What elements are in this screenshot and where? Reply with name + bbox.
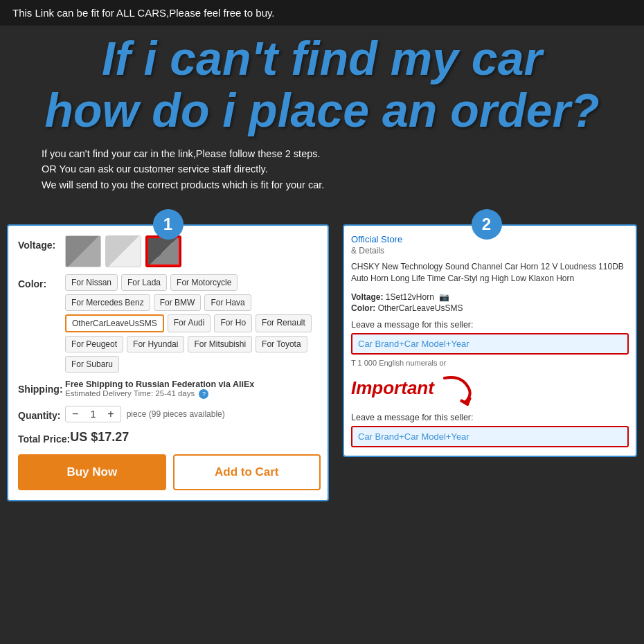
two-panel: 1 Voltage: Col (0, 205, 644, 501)
buy-now-button[interactable]: Buy Now (18, 454, 166, 490)
color-option[interactable]: For Lada (121, 274, 167, 291)
subtitle-section: If you can't find your car in the link,P… (0, 142, 644, 202)
arrow-icon (441, 371, 483, 406)
color-option[interactable]: OtherCarLeaveUsSMS (65, 314, 164, 332)
color-option[interactable]: For Ho (214, 314, 252, 332)
top-banner: This Link can be fit for ALL CARS,Please… (0, 0, 644, 26)
quantity-increase[interactable]: + (105, 408, 116, 420)
color-option[interactable]: For BMW (154, 294, 202, 311)
message-input-1[interactable]: Car Brand+Car Model+Year (351, 333, 629, 355)
details-label: & Details (351, 246, 629, 256)
headline-section: If i can't find my car how do i place an… (0, 26, 644, 142)
color-option[interactable]: For Motorcycle (170, 274, 238, 291)
color-option[interactable]: For Hyundai (127, 336, 184, 352)
subtitle-text: If you can't find your car in the link,P… (42, 146, 602, 193)
product-description: CHSKY New Technology Sound Channel Car H… (351, 261, 629, 285)
color-option[interactable]: For Audi (168, 314, 211, 332)
important-section: Important (351, 371, 629, 406)
quantity-row: Quantity: − 1 + piece (99 pieces availab… (18, 406, 321, 422)
voltage-option-3[interactable] (145, 235, 181, 267)
action-buttons: Buy Now Add to Cart (18, 454, 321, 490)
right-panel-wrapper: 2 Official Store & Details CHSKY New Tec… (336, 224, 637, 501)
color-option[interactable]: For Mitsubishi (188, 336, 252, 352)
color-spec: Color: OtherCarLeaveUsSMS (351, 303, 629, 313)
message-input-2[interactable]: Car Brand+Car Model+Year (351, 426, 629, 447)
voltage-option-1[interactable] (65, 235, 101, 267)
color-option[interactable]: For Renault (256, 314, 312, 332)
voltage-row: Voltage: (18, 235, 321, 267)
color-option[interactable]: For Peugeot (65, 336, 123, 352)
step1-circle: 1 (153, 209, 184, 240)
add-to-cart-button[interactable]: Add to Cart (173, 454, 321, 490)
color-option[interactable]: For Subaru (65, 356, 119, 373)
shipping-info: Free Shipping to Russian Federation via … (65, 379, 254, 399)
shipping-main: Free Shipping to Russian Federation via … (65, 379, 254, 389)
important-text: Important (351, 377, 434, 399)
shipping-label: Shipping: (18, 379, 65, 395)
headline: If i can't find my car how do i place an… (28, 33, 616, 136)
color-option[interactable]: For Toyota (256, 336, 307, 352)
total-row: Total Price: US $17.27 (18, 429, 321, 445)
color-option[interactable]: For Mercedes Benz (65, 294, 150, 311)
color-label: Color: (18, 274, 65, 289)
shipping-row: Shipping: Free Shipping to Russian Feder… (18, 379, 321, 399)
voltage-label: Voltage: (18, 235, 65, 251)
message-label-2: Leave a message for this seller: (351, 413, 629, 422)
message-label-1: Leave a message for this seller: (351, 320, 629, 330)
voltage-options (65, 235, 181, 267)
total-label: Total Price: (18, 429, 70, 445)
quantity-note: piece (99 pieces available) (127, 409, 225, 419)
headline-line1: If i can't find my car (102, 32, 542, 84)
left-panel-wrapper: 1 Voltage: Col (7, 224, 329, 501)
color-option[interactable]: For Hava (204, 294, 251, 311)
color-option[interactable]: For Nissan (65, 274, 118, 291)
quantity-decrease[interactable]: − (70, 408, 80, 420)
shipping-sub: Estimated Delivery Time: 25-41 days ? (65, 389, 254, 399)
quantity-value: 1 (86, 409, 100, 420)
banner-text: This Link can be fit for ALL CARS,Please… (12, 7, 275, 19)
left-panel: Voltage: Color: For NissanFor (7, 224, 329, 501)
quantity-label: Quantity: (18, 406, 65, 421)
quantity-control-wrapper: − 1 + piece (99 pieces available) (65, 406, 225, 422)
hint-text: T 1 000 English numerals or (351, 359, 629, 367)
total-price: US $17.27 (70, 430, 129, 445)
shipping-info-icon: ? (199, 389, 208, 399)
right-panel: Official Store & Details CHSKY New Techn… (343, 224, 637, 457)
voltage-option-2[interactable] (105, 235, 141, 267)
quantity-control: − 1 + (65, 406, 121, 422)
step2-circle: 2 (472, 209, 502, 240)
voltage-spec: Voltage: 1Set12vHorn 📷 (351, 292, 629, 302)
volt-emoji: 📷 (439, 292, 449, 302)
headline-line2: how do i place an order? (45, 84, 600, 136)
color-options: For NissanFor LadaFor MotorcycleFor Merc… (65, 274, 321, 373)
color-row: Color: For NissanFor LadaFor MotorcycleF… (18, 274, 321, 373)
